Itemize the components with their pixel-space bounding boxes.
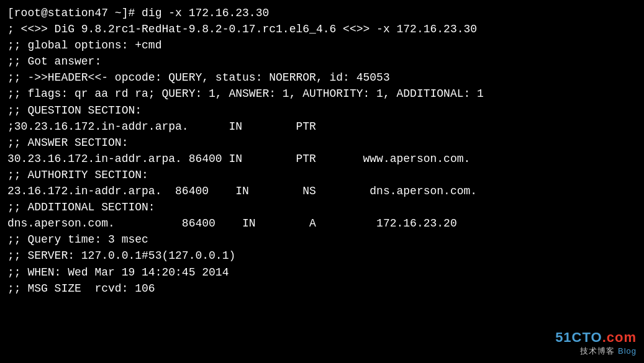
- line-dig-version: ; <<>> DiG 9.8.2rc1-RedHat-9.8.2-0.17.rc…: [7, 21, 637, 37]
- line-answer-section-header: ;; ANSWER SECTION:: [7, 135, 637, 151]
- line-authority-section-header: ;; AUTHORITY SECTION:: [7, 167, 637, 183]
- watermark-tagline: 技术博客 Blog: [580, 346, 637, 357]
- line-question-section-header: ;; QUESTION SECTION:: [7, 102, 637, 119]
- line-flags: ;; flags: qr aa rd ra; QUERY: 1, ANSWER:…: [7, 86, 637, 102]
- watermark-dotcom: .com: [602, 329, 637, 345]
- terminal-content: [root@station47 ~]# dig -x 172.16.23.30;…: [7, 5, 637, 297]
- line-additional-section-header: ;; ADDITIONAL SECTION:: [7, 199, 637, 215]
- watermark-tech-blog: 技术博客: [580, 346, 615, 356]
- watermark-logo: 51CTO.com: [555, 329, 637, 346]
- line-answer-record: 30.23.16.172.in-addr.arpa. 86400 IN PTR …: [7, 151, 637, 167]
- line-msg-size: ;; MSG SIZE rcvd: 106: [7, 280, 637, 297]
- watermark-51cto: 51CTO: [555, 329, 602, 345]
- line-query-time: ;; Query time: 3 msec: [7, 231, 637, 248]
- line-authority-record: 23.16.172.in-addr.arpa. 86400 IN NS dns.…: [7, 183, 637, 199]
- line-global-options: ;; global options: +cmd: [7, 37, 637, 53]
- line-server: ;; SERVER: 127.0.0.1#53(127.0.0.1): [7, 248, 637, 264]
- line-question-record: ;30.23.16.172.in-addr.arpa. IN PTR: [7, 119, 637, 135]
- line-prompt: [root@station47 ~]# dig -x 172.16.23.30: [7, 5, 637, 21]
- watermark: 51CTO.com 技术博客 Blog: [555, 329, 637, 357]
- line-additional-record: dns.aperson.com. 86400 IN A 172.16.23.20: [7, 215, 637, 231]
- watermark-blog: Blog: [618, 346, 637, 356]
- line-got-answer: ;; Got answer:: [7, 53, 637, 69]
- line-when: ;; WHEN: Wed Mar 19 14:20:45 2014: [7, 264, 637, 280]
- line-header: ;; ->>HEADER<<- opcode: QUERY, status: N…: [7, 69, 637, 86]
- terminal-window: [root@station47 ~]# dig -x 172.16.23.30;…: [0, 0, 644, 363]
